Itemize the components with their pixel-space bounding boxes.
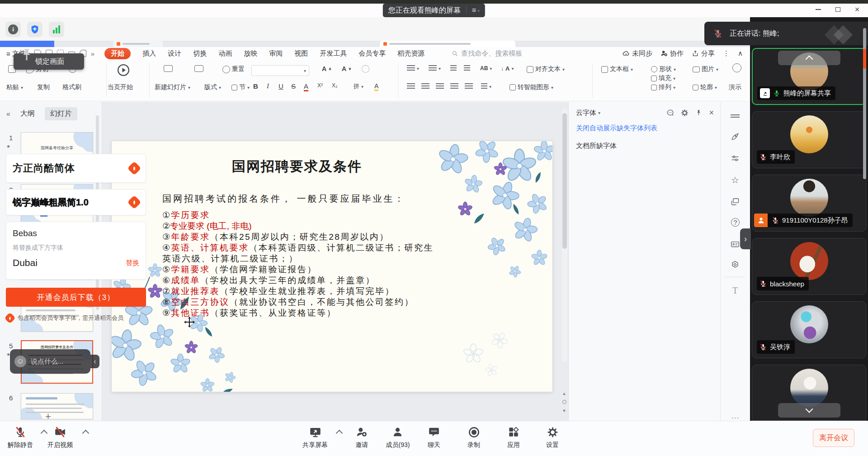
tab-slideshow[interactable]: 放映	[244, 49, 257, 58]
collapse-ribbon-icon[interactable]: ∧	[738, 49, 743, 57]
tab-design[interactable]: 设计	[168, 49, 181, 58]
increase-indent-icon[interactable]	[464, 65, 470, 71]
security-tray-button[interactable]	[27, 22, 42, 37]
participant-tile[interactable]: 9191100Y0128孙子昂	[752, 175, 866, 232]
replace-link[interactable]: 替换	[126, 259, 139, 267]
slide-nav-dot[interactable]	[562, 400, 566, 404]
distribute-icon[interactable]	[465, 83, 473, 90]
properties-tool-icon[interactable]	[730, 153, 741, 164]
new-slide-button[interactable]: 新建幻灯片▾	[155, 83, 190, 91]
collaborate-button[interactable]: 协作	[660, 49, 684, 58]
members-button[interactable]: 成员(93)	[386, 425, 410, 449]
more-menu-icon[interactable]: ⋮	[723, 49, 730, 57]
numbered-list-icon[interactable]: ▾	[429, 65, 441, 71]
collapse-panel-icon[interactable]: «	[6, 110, 10, 118]
participant-tile[interactable]: blacksheep	[752, 238, 866, 295]
settings-button[interactable]: 设置	[546, 425, 559, 449]
viewing-banner[interactable]: 您正在观看熊峰的屏幕 ≡ ▾	[383, 4, 485, 17]
gear-icon[interactable]	[681, 109, 689, 117]
info-tray-button[interactable]: i	[5, 22, 21, 37]
disable-autoshow-link[interactable]: 关闭自动展示缺失字体列表	[569, 118, 720, 133]
unmute-button[interactable]: 解除静音	[8, 425, 33, 449]
participant-tile[interactable]: 吴轶淳	[752, 301, 866, 358]
outline-style-button[interactable]: 轮廓▾	[693, 83, 717, 91]
play-from-page-icon[interactable]	[117, 63, 130, 77]
section-button[interactable]: 节▾	[231, 83, 250, 91]
expand-panel-handle[interactable]: ›	[740, 228, 751, 249]
member-card-icon[interactable]	[730, 239, 741, 250]
fill-button[interactable]: 填充▾	[651, 74, 675, 82]
present-icon[interactable]	[732, 63, 741, 72]
emoji-icon[interactable]: ☺	[14, 356, 26, 367]
slide-thumbnail-6[interactable]	[21, 393, 93, 419]
present-button[interactable]: 演示	[729, 83, 741, 91]
document-tab[interactable]	[113, 41, 163, 47]
invite-button[interactable]: 邀请	[355, 425, 368, 449]
text-tool-icon[interactable]: T	[730, 285, 741, 296]
more-quick-icons[interactable]: »	[91, 50, 94, 57]
bold-button[interactable]: B	[253, 82, 258, 90]
reset-button[interactable]: 重置	[222, 65, 245, 73]
command-search[interactable]: 查找命令、搜索模板	[452, 49, 522, 58]
maximize-button[interactable]	[831, 5, 844, 14]
justify-icon[interactable]	[450, 83, 458, 90]
tab-animation[interactable]: 动画	[218, 49, 232, 58]
participant-tile[interactable]: 李叶欣	[752, 111, 866, 168]
participant-tile-partial[interactable]	[752, 365, 866, 421]
italic-button[interactable]: I	[267, 82, 269, 90]
next-slide-button[interactable]: ▼	[561, 407, 568, 414]
mirror-screen-icon[interactable]	[730, 196, 741, 207]
layout-button[interactable]: 版式▾	[204, 83, 221, 91]
leave-meeting-button[interactable]: 离开会议	[813, 429, 854, 447]
canvas-scrollbar-thumb[interactable]	[562, 113, 567, 249]
sync-status[interactable]: 未同步	[622, 49, 652, 58]
font-card-2[interactable]: 锐字巅峰粗黑简1.0	[6, 189, 146, 215]
banner-menu-button[interactable]: ≡ ▾	[466, 6, 480, 14]
shrink-font-button[interactable]: A∨	[342, 65, 351, 72]
previous-slide-button[interactable]: ▲	[561, 390, 568, 397]
arrange-button[interactable]: 排列▾	[651, 83, 675, 91]
rocket-tool-icon[interactable]	[730, 131, 741, 142]
tab-member[interactable]: 会员专享	[359, 49, 386, 58]
tab-view[interactable]: 视图	[294, 49, 308, 58]
chat-quick-input[interactable]: ☺ 说点什么...	[10, 349, 90, 374]
subscript-button[interactable]: X₂	[332, 82, 338, 89]
tab-insert[interactable]: 插入	[142, 49, 156, 58]
network-signal-button[interactable]	[49, 22, 64, 37]
chat-button[interactable]: 聊天	[427, 425, 441, 449]
scroll-down-button[interactable]	[778, 403, 840, 418]
align-center-icon[interactable]	[421, 83, 429, 90]
tab-outline[interactable]: 大纲	[19, 107, 37, 120]
play-from-page-button[interactable]: 当页开始	[108, 83, 133, 91]
pinyin-guide-button[interactable]: 拼▾	[354, 82, 363, 90]
share-screen-button[interactable]: 共享屏幕	[302, 425, 328, 449]
format-painter-button[interactable]: 格式刷	[62, 83, 81, 91]
highlight-button[interactable]: A	[374, 82, 378, 91]
active-document-tab[interactable]	[380, 41, 515, 47]
font-color-button[interactable]: A	[304, 82, 308, 91]
download-after-membership-button[interactable]: 开通会员后下载（3）	[6, 288, 146, 307]
participants-scrollbar-active[interactable]	[863, 49, 866, 69]
tab-review[interactable]: 审阅	[269, 49, 283, 58]
ab-direction-button[interactable]: AB▾	[480, 65, 492, 71]
chevron-down-icon[interactable]: ▾	[598, 110, 600, 115]
close-button[interactable]: ×	[850, 5, 864, 14]
clear-format-icon[interactable]	[362, 65, 369, 73]
pin-icon[interactable]	[695, 109, 702, 117]
tab-slides[interactable]: 幻灯片	[45, 107, 77, 120]
tab-devtools[interactable]: 开发工具	[320, 49, 347, 58]
grow-font-button[interactable]: A∧	[322, 65, 331, 72]
apps-button[interactable]: 应用	[507, 425, 520, 449]
scroll-up-button[interactable]	[778, 51, 840, 65]
participant-tile-sharing[interactable]: 熊峰的屏幕共享	[752, 48, 866, 105]
shape-button[interactable]: 形状▾	[651, 65, 676, 73]
comment-icon[interactable]	[666, 109, 674, 117]
align-text-button[interactable]: 对齐文本▾	[527, 65, 565, 73]
share-button[interactable]: 分享	[692, 49, 715, 58]
align-right-icon[interactable]	[436, 83, 444, 90]
drag-handle-icon[interactable]	[730, 110, 741, 121]
tab-home[interactable]: 开始	[104, 48, 131, 59]
to-smartart-button[interactable]: 转智能图形▾	[509, 83, 553, 91]
font-card-1[interactable]: 方正尚酷简体	[6, 154, 146, 183]
decrease-indent-icon[interactable]	[450, 65, 457, 71]
